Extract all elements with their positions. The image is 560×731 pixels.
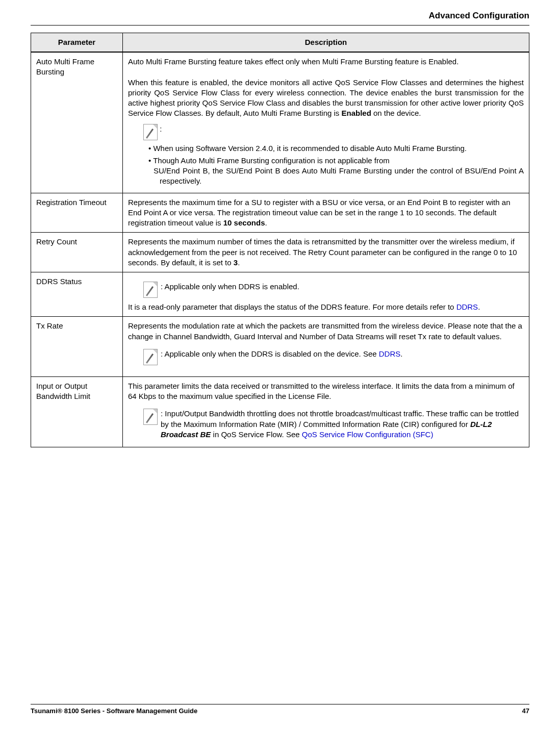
footer-rule xyxy=(31,704,529,704)
text: Represents the maximum number of times t… xyxy=(128,237,517,267)
top-rule xyxy=(31,25,529,26)
text: SU/End Point B, the SU/End Point B does … xyxy=(160,166,524,187)
text: It is a read-only parameter that display… xyxy=(128,303,456,311)
bullet-list: When using Software Version 2.4.0, it is… xyxy=(148,143,524,187)
text: This parameter limits the data received … xyxy=(128,381,524,402)
param-desc: This parameter limits the data received … xyxy=(123,376,529,447)
text-bold: 3 xyxy=(234,258,238,267)
param-desc: : Applicable only when DDRS is enabled. … xyxy=(123,272,529,317)
param-name: Input or Output Bandwidth Limit xyxy=(31,376,123,447)
param-desc: Represents the modulation rate at which … xyxy=(123,317,529,377)
note-icon xyxy=(143,349,158,365)
text: . xyxy=(400,349,402,358)
table-row: Tx Rate Represents the modulation rate a… xyxy=(31,317,529,377)
note-icon xyxy=(143,124,158,140)
text: It is a read-only parameter that display… xyxy=(128,302,524,312)
text: : Applicable only when the DDRS is disab… xyxy=(161,349,379,358)
note-block: : Input/Output Bandwidth throttling does… xyxy=(143,409,524,440)
text: . xyxy=(238,258,240,267)
param-desc: Represents the maximum number of times t… xyxy=(123,233,529,272)
footer-page-number: 47 xyxy=(522,707,529,716)
page-footer: Tsunami® 8100 Series - Software Manageme… xyxy=(31,704,529,716)
table-row: Retry Count Represents the maximum numbe… xyxy=(31,233,529,272)
note-block: : Applicable only when DDRS is enabled. xyxy=(143,282,524,298)
table-row: Input or Output Bandwidth Limit This par… xyxy=(31,376,529,447)
table-row: DDRS Status : Applicable only when DDRS … xyxy=(31,272,529,317)
param-desc: Auto Multi Frame Bursting feature takes … xyxy=(123,52,529,193)
text: . xyxy=(265,218,267,227)
note-icon xyxy=(143,409,158,425)
text: . xyxy=(478,303,480,311)
note-text: : Applicable only when the DDRS is disab… xyxy=(161,349,524,359)
text: Represents the maximum time for a SU to … xyxy=(128,198,510,228)
note-text: : Input/Output Bandwidth throttling does… xyxy=(161,409,524,440)
text-bold: 10 seconds xyxy=(223,218,265,227)
header-parameter: Parameter xyxy=(31,33,123,52)
header-description: Description xyxy=(123,33,529,52)
table-row: Registration Timeout Represents the maxi… xyxy=(31,193,529,233)
text-bold: Enabled xyxy=(341,109,371,117)
param-name: Auto Multi Frame Bursting xyxy=(31,52,123,193)
note-text: : Applicable only when DDRS is enabled. xyxy=(161,282,524,292)
list-item: Though Auto Multi Frame Bursting configu… xyxy=(148,156,524,187)
footer-left: Tsunami® 8100 Series - Software Manageme… xyxy=(31,707,197,716)
text: Though Auto Multi Frame Bursting configu… xyxy=(153,156,390,165)
link-sfc[interactable]: QoS Service Flow Configuration (SFC) xyxy=(302,430,434,439)
text-part: When this feature is enabled, the device… xyxy=(128,78,524,118)
text-part: on the device. xyxy=(371,109,421,117)
text: When this feature is enabled, the device… xyxy=(128,78,524,119)
text: in QoS Service Flow. See xyxy=(211,430,301,439)
text: Auto Multi Frame Bursting feature takes … xyxy=(128,57,524,67)
list-item: When using Software Version 2.4.0, it is… xyxy=(148,143,524,154)
note-block: : xyxy=(143,124,524,140)
note-icon xyxy=(143,282,158,298)
table-row: Auto Multi Frame Bursting Auto Multi Fra… xyxy=(31,52,529,193)
text: : Input/Output Bandwidth throttling does… xyxy=(161,409,519,428)
text: Represents the modulation rate at which … xyxy=(128,321,524,342)
param-name: DDRS Status xyxy=(31,272,123,317)
link-ddrs[interactable]: DDRS xyxy=(456,303,478,311)
section-title: Advanced Configuration xyxy=(31,10,529,22)
param-name: Retry Count xyxy=(31,233,123,272)
note-block: : Applicable only when the DDRS is disab… xyxy=(143,349,524,365)
parameter-table: Parameter Description Auto Multi Frame B… xyxy=(31,33,529,447)
param-name: Tx Rate xyxy=(31,317,123,377)
link-ddrs[interactable]: DDRS xyxy=(379,349,401,358)
note-colon: : xyxy=(160,124,162,133)
param-desc: Represents the maximum time for a SU to … xyxy=(123,193,529,233)
param-name: Registration Timeout xyxy=(31,193,123,233)
